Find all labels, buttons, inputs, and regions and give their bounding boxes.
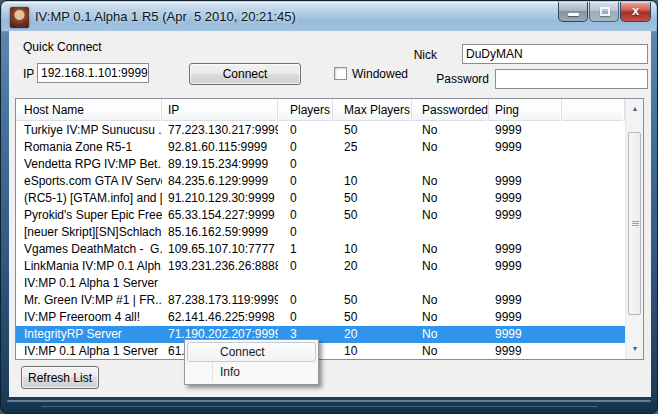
column-header-players[interactable]: Players [278, 99, 333, 121]
cell-ip [162, 275, 278, 292]
context-menu: ConnectInfo [184, 339, 319, 385]
server-row[interactable]: Romania Zone R5-192.81.60.115:9999025No9… [16, 139, 625, 156]
cell-players: 0 [278, 156, 333, 173]
cell-filler [562, 309, 625, 326]
cell-players: 0 [278, 122, 333, 139]
minimize-button[interactable] [558, 2, 588, 22]
cell-passworded: No [412, 326, 489, 343]
server-row-selected[interactable]: IntegrityRP Server71.190.202.207:9999320… [16, 326, 625, 343]
cell-filler [562, 156, 625, 173]
cell-ping: 9999 [489, 258, 562, 275]
cell-max_players: 20 [333, 258, 412, 275]
cell-host: Vgames DeathMatch - G... [16, 241, 162, 258]
scrollbar-thumb[interactable] [628, 132, 641, 315]
cell-ip: 65.33.154.227:9999 [162, 207, 278, 224]
cell-passworded: No [412, 258, 489, 275]
scroll-up-icon[interactable]: ▲ [626, 101, 644, 117]
server-row[interactable]: eSports.com GTA IV Server84.235.6.129:99… [16, 173, 625, 190]
context-menu-item-info[interactable]: Info [187, 362, 316, 382]
server-list-rows: Turkiye IV:MP Sunucusu ...77.223.130.217… [16, 122, 625, 360]
cell-host: [neuer Skript][SN]Schlach... [16, 224, 162, 241]
cell-max_players: 50 [333, 292, 412, 309]
password-input[interactable] [495, 69, 648, 89]
cell-ping [489, 224, 562, 241]
cell-max_players: 10 [333, 343, 412, 360]
cell-host: (RC5-1) [GTAM.info] and [... [16, 190, 162, 207]
server-row[interactable]: Mr. Green IV:MP #1 | FR...87.238.173.119… [16, 292, 625, 309]
cell-ping: 9999 [489, 292, 562, 309]
cell-players [278, 275, 333, 292]
cell-host: LinkMania IV:MP 0.1 Alph... [16, 258, 162, 275]
column-header-passworded[interactable]: Passworded [412, 99, 489, 121]
cell-max_players [333, 156, 412, 173]
refresh-list-button[interactable]: Refresh List [21, 366, 99, 389]
cell-passworded: No [412, 190, 489, 207]
column-header-ip[interactable]: IP [162, 99, 278, 121]
cell-ip: 84.235.6.129:9999 [162, 173, 278, 190]
server-row[interactable]: IV:MP Freeroom 4 all!62.141.46.225:99980… [16, 309, 625, 326]
server-row[interactable]: Pyrokid's Super Epic Free...65.33.154.22… [16, 207, 625, 224]
close-button[interactable]: x [620, 2, 651, 22]
cell-passworded: No [412, 207, 489, 224]
cell-players: 0 [278, 173, 333, 190]
server-row[interactable]: IV:MP 0.1 Alpha 1 Server [16, 275, 625, 292]
server-row[interactable]: [neuer Skript][SN]Schlach...85.16.162.59… [16, 224, 625, 241]
cell-players: 0 [278, 139, 333, 156]
server-row[interactable]: LinkMania IV:MP 0.1 Alph...193.231.236.2… [16, 258, 625, 275]
minimize-icon [568, 13, 579, 16]
server-row[interactable]: Vendetta RPG IV:MP Bet...89.19.15.234:99… [16, 156, 625, 173]
windowed-checkbox[interactable] [334, 67, 347, 80]
cell-ping: 9999 [489, 139, 562, 156]
cell-players: 1 [278, 241, 333, 258]
server-list-header: Host NameIPPlayersMax PlayersPasswordedP… [16, 99, 625, 121]
cell-filler [562, 207, 625, 224]
server-row[interactable]: Turkiye IV:MP Sunucusu ...77.223.130.217… [16, 122, 625, 139]
cell-ping: 9999 [489, 207, 562, 224]
cell-players: 0 [278, 292, 333, 309]
server-row[interactable]: Vgames DeathMatch - G...109.65.107.10:77… [16, 241, 625, 258]
nick-input[interactable]: DuDyMAN [462, 44, 648, 64]
cell-passworded: No [412, 122, 489, 139]
cell-max_players: 50 [333, 190, 412, 207]
cell-host: Romania Zone R5-1 [16, 139, 162, 156]
server-row[interactable]: IV:MP 0.1 Alpha 1 Server61.10No9999 [16, 343, 625, 360]
password-label: Password [434, 72, 489, 86]
cell-ip: 91.210.129.30:9999 [162, 190, 278, 207]
cell-passworded: No [412, 173, 489, 190]
vertical-scrollbar[interactable]: ▲ ▼ [625, 99, 643, 359]
column-header-host-name[interactable]: Host Name [16, 99, 162, 121]
maximize-button[interactable] [589, 2, 619, 22]
cell-host: Turkiye IV:MP Sunucusu ... [16, 122, 162, 139]
app-icon [10, 7, 29, 28]
scroll-down-icon[interactable]: ▼ [626, 341, 644, 357]
cell-host: IV:MP 0.1 Alpha 1 Server [16, 275, 162, 292]
frame-glass-streak [7, 400, 651, 402]
cell-ip: 77.223.130.217:9999 [162, 122, 278, 139]
column-header-max-players[interactable]: Max Players [333, 99, 412, 121]
cell-passworded: No [412, 292, 489, 309]
connect-button[interactable]: Connect [189, 63, 301, 85]
cell-passworded [412, 275, 489, 292]
cell-max_players [333, 275, 412, 292]
maximize-icon [600, 7, 610, 16]
cell-filler [562, 190, 625, 207]
column-header-filler [562, 99, 625, 121]
window-frame: IV:MP 0.1 Alpha 1 R5 (Apr 5 2010, 20:21:… [0, 0, 658, 414]
column-header-ping[interactable]: Ping [489, 99, 562, 121]
context-menu-item-connect[interactable]: Connect [187, 342, 316, 362]
cell-ip: 92.81.60.115:9999 [162, 139, 278, 156]
nick-label: Nick [411, 48, 437, 62]
cell-ip: 109.65.107.10:7777 [162, 241, 278, 258]
cell-passworded: No [412, 241, 489, 258]
cell-max_players [333, 224, 412, 241]
cell-ip: 62.141.46.225:9998 [162, 309, 278, 326]
cell-passworded [412, 156, 489, 173]
cell-max_players: 50 [333, 207, 412, 224]
server-row[interactable]: (RC5-1) [GTAM.info] and [...91.210.129.3… [16, 190, 625, 207]
quick-connect-label: Quick Connect [23, 40, 102, 54]
ip-input[interactable]: 192.168.1.101:9999 [37, 63, 149, 83]
cell-filler [562, 241, 625, 258]
cell-host: Vendetta RPG IV:MP Bet... [16, 156, 162, 173]
cell-ping: 9999 [489, 190, 562, 207]
cell-ip: 193.231.236.26:8888 [162, 258, 278, 275]
